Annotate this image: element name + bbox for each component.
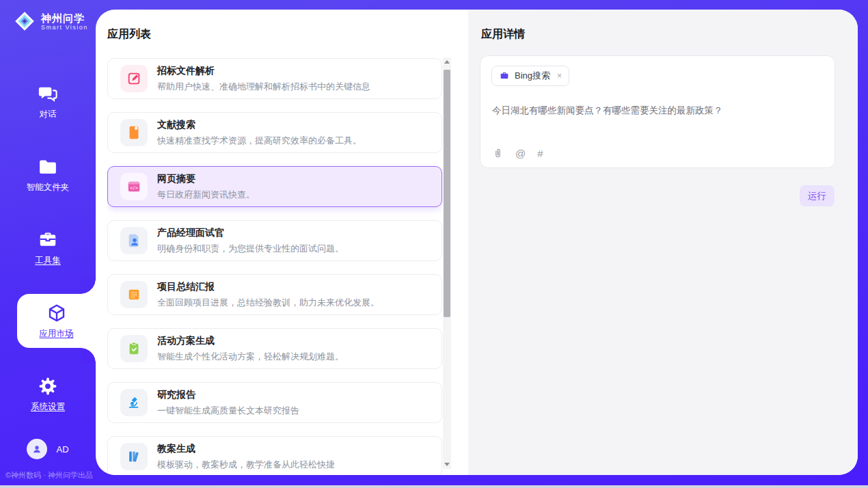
at-mention-icon[interactable]: @ xyxy=(515,148,526,159)
query-text-input[interactable]: 今日湖北有哪些新闻要点？有哪些需要关注的最新政策？ xyxy=(492,104,821,118)
app-card-title: 产品经理面试官 xyxy=(157,227,344,239)
tool-chip-bing-search[interactable]: Bing搜索 × xyxy=(491,66,569,86)
app-detail-title: 应用详情 xyxy=(481,27,525,42)
app-card-desc: 智能生成个性化活动方案，轻松解决规划难题。 xyxy=(157,351,344,363)
copyright-text: ©神州数码 · 神州问学出品 xyxy=(5,470,93,480)
scrollbar[interactable] xyxy=(443,57,451,469)
app-detail-panel: 应用详情 Bing搜索 × 今日湖北有哪些新闻要点？有哪些需要关注的最新政策？ … xyxy=(468,10,858,475)
note-icon xyxy=(120,281,148,308)
app-card-title: 活动方案生成 xyxy=(157,335,344,347)
paperclip-icon[interactable] xyxy=(492,148,504,159)
gear-icon xyxy=(38,376,58,396)
app-card[interactable]: 招标文件解析帮助用户快速、准确地理解和解析招标书中的关键信息 xyxy=(107,58,442,99)
sidebar-item-label: 应用市场 xyxy=(40,328,74,340)
app-card-list: 招标文件解析帮助用户快速、准确地理解和解析招标书中的关键信息文献搜索快速精准查找… xyxy=(107,58,442,475)
scrollbar-down-arrow-icon[interactable] xyxy=(444,463,450,466)
brand-name: 神州问学 xyxy=(41,12,88,24)
app-card-desc: 全面回顾项目进展，总结经验教训，助力未来优化发展。 xyxy=(157,297,379,309)
sidebar-item-settings[interactable]: 系统设置 xyxy=(0,357,96,431)
app-card-desc: 帮助用户快速、准确地理解和解析招标书中的关键信息 xyxy=(157,81,370,93)
sidebar-nav: 对话智能文件夹工具集应用市场系统设置 xyxy=(0,65,96,431)
scrollbar-thumb[interactable] xyxy=(444,70,450,317)
app-card[interactable]: 文献搜索快速精准查找学术资源，提高研究效率的必备工具。 xyxy=(107,112,442,153)
app-card-desc: 模板驱动，教案秒成，教学准备从此轻松快捷 xyxy=(157,459,335,471)
chat-icon xyxy=(38,83,58,104)
chip-close-icon[interactable]: × xyxy=(557,71,562,81)
clipboard-check-icon xyxy=(120,335,148,362)
app-card-desc: 一键智能生成高质量长文本研究报告 xyxy=(157,405,299,417)
app-card[interactable]: 项目总结汇报全面回顾项目进展，总结经验教训，助力未来优化发展。 xyxy=(107,274,442,315)
person-doc-icon xyxy=(120,227,148,254)
brand-subtitle: Smart Vision xyxy=(41,24,88,31)
toolbox-icon xyxy=(38,230,58,250)
app-card-title: 文献搜索 xyxy=(157,119,362,131)
user-row[interactable]: AD xyxy=(0,439,96,459)
composer-toolbar: @ # xyxy=(492,148,543,159)
app-card[interactable]: 活动方案生成智能生成个性化活动方案，轻松解决规划难题。 xyxy=(107,328,442,369)
sidebar-item-tools[interactable]: 工具集 xyxy=(0,211,96,284)
sidebar-item-label: 系统设置 xyxy=(31,401,65,413)
run-button[interactable]: 运行 xyxy=(800,185,835,206)
brand-logo-diamond-icon xyxy=(14,10,36,32)
brand: 神州问学 Smart Vision xyxy=(14,10,88,32)
app-card-desc: 快速精准查找学术资源，提高研究效率的必备工具。 xyxy=(157,135,362,147)
app-card[interactable]: </>网页摘要每日政府新闻资讯快查。 xyxy=(107,166,442,207)
sidebar-item-label: 智能文件夹 xyxy=(27,182,70,193)
app-card-title: 研究报告 xyxy=(157,389,299,401)
app-card-title: 网页摘要 xyxy=(157,173,255,185)
app-card-desc: 每日政府新闻资讯快查。 xyxy=(157,189,255,201)
briefcase-icon xyxy=(499,70,510,81)
app-card[interactable]: 教案生成模板驱动，教案秒成，教学准备从此轻松快捷 xyxy=(107,436,442,475)
scrollbar-up-arrow-icon[interactable] xyxy=(444,60,450,64)
sidebar-item-market[interactable]: 应用市场 xyxy=(17,294,96,348)
sidebar-item-label: 工具集 xyxy=(35,255,61,267)
app-card[interactable]: 研究报告一键智能生成高质量长文本研究报告 xyxy=(107,382,442,423)
microscope-icon xyxy=(120,389,148,416)
hash-icon[interactable]: # xyxy=(537,148,543,159)
app-card-title: 教案生成 xyxy=(157,443,335,455)
app-card-title: 招标文件解析 xyxy=(157,65,370,77)
sidebar-item-chat[interactable]: 对话 xyxy=(0,65,96,138)
prompt-card[interactable]: Bing搜索 × 今日湖北有哪些新闻要点？有哪些需要关注的最新政策？ @ # xyxy=(480,55,835,168)
tool-chip-label: Bing搜索 xyxy=(515,70,550,82)
app-list-title: 应用列表 xyxy=(107,27,151,42)
book-icon xyxy=(120,119,148,146)
app-card-desc: 明确身份和职责，为您提供专业性的面试问题。 xyxy=(157,243,344,255)
main-panel: 应用列表 招标文件解析帮助用户快速、准确地理解和解析招标书中的关键信息文献搜索快… xyxy=(96,10,858,475)
cube-icon xyxy=(46,303,67,323)
svg-text:</>: </> xyxy=(130,185,138,191)
sidebar-item-label: 对话 xyxy=(40,109,57,120)
app-card[interactable]: 产品经理面试官明确身份和职责，为您提供专业性的面试问题。 xyxy=(107,220,442,261)
sidebar-item-folders[interactable]: 智能文件夹 xyxy=(0,138,96,211)
folder-icon xyxy=(38,157,58,177)
app-list-panel: 应用列表 招标文件解析帮助用户快速、准确地理解和解析招标书中的关键信息文献搜索快… xyxy=(96,10,468,475)
edit-doc-icon xyxy=(120,65,148,92)
browser-code-icon: </> xyxy=(120,173,148,200)
app-card-title: 项目总结汇报 xyxy=(157,281,379,293)
sidebar: 神州问学 Smart Vision 对话智能文件夹工具集应用市场系统设置 AD … xyxy=(0,0,96,485)
avatar xyxy=(27,439,47,459)
bottom-strip xyxy=(0,485,868,488)
user-initials: AD xyxy=(56,444,68,455)
books-icon xyxy=(120,443,148,470)
